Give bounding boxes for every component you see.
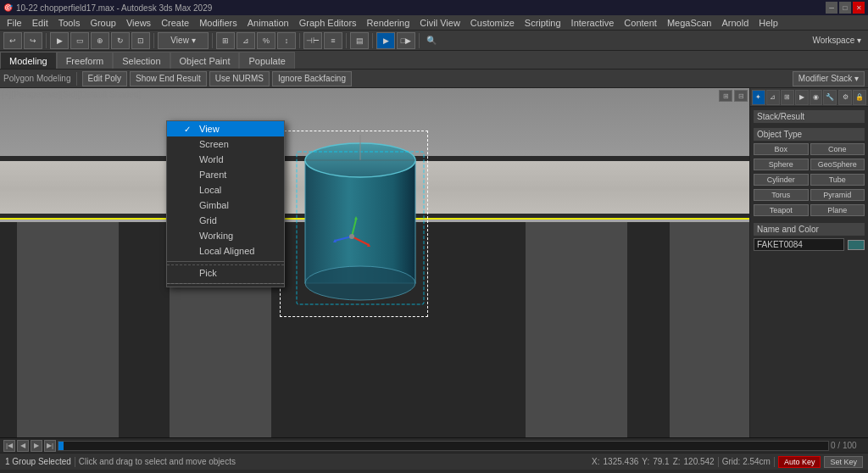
minimize-button[interactable]: ─ <box>826 2 837 14</box>
object-type-title[interactable]: Object Type <box>754 128 865 141</box>
use-nurms-btn[interactable]: Use NURMS <box>209 71 270 86</box>
layer-manager-button[interactable]: ▤ <box>350 32 369 49</box>
polygon-modeling-label: Polygon Modeling <box>3 74 71 83</box>
select-region-button[interactable]: ▭ <box>70 32 89 49</box>
prev-key-button[interactable]: ◀ <box>17 440 29 452</box>
tab-selection[interactable]: Selection <box>113 52 170 69</box>
menu-civil-view[interactable]: Civil View <box>415 15 465 31</box>
render-frame-button[interactable]: □▶ <box>397 32 415 49</box>
menu-arnold[interactable]: Arnold <box>716 15 754 31</box>
modifier-stack-btn[interactable]: Modifier Stack ▾ <box>793 71 865 86</box>
tab-object-paint[interactable]: Object Paint <box>170 52 240 69</box>
menu-tools[interactable]: Tools <box>53 15 86 31</box>
rp-icon-modify[interactable]: ⊿ <box>766 90 780 105</box>
ctx-world[interactable]: World <box>167 152 284 167</box>
stack-result-title[interactable]: Stack/Result <box>754 110 865 123</box>
obj-type-pyramid[interactable]: Pyramid <box>810 189 865 201</box>
sub-separator <box>76 72 77 86</box>
status-sep-1 <box>75 457 75 467</box>
ctx-grid[interactable]: Grid <box>167 213 284 228</box>
prev-frame-button[interactable]: |◀ <box>3 440 15 452</box>
ctx-screen[interactable]: Screen <box>167 136 284 152</box>
spinner-snap-button[interactable]: ↕ <box>277 32 296 49</box>
next-key-button[interactable]: ▶| <box>44 440 56 452</box>
menu-customize[interactable]: Customize <box>465 15 520 31</box>
auto-key-button[interactable]: Auto Key <box>778 456 821 468</box>
snap-toggle-button[interactable]: ⊞ <box>216 32 235 49</box>
vp-minimize-button[interactable]: ⊟ <box>734 90 748 102</box>
editpoly-btn[interactable]: Edit Poly <box>82 71 127 86</box>
menu-views[interactable]: Views <box>121 15 156 31</box>
show-end-result-btn[interactable]: Show End Result <box>130 71 207 86</box>
ctx-gimbal[interactable]: Gimbal <box>167 198 284 213</box>
play-button[interactable]: ▶ <box>31 440 42 452</box>
tab-modeling[interactable]: Modeling <box>0 52 57 69</box>
move-button[interactable]: ⊕ <box>91 32 109 49</box>
mirror-button[interactable]: ⊣⊢ <box>303 32 322 49</box>
timeline-scrubber[interactable] <box>58 441 829 451</box>
percent-snap-button[interactable]: % <box>257 32 275 49</box>
menu-content[interactable]: Content <box>619 15 662 31</box>
angle-snap-button[interactable]: ⊿ <box>236 32 255 49</box>
render-setup-button[interactable]: ▶ <box>376 32 395 49</box>
menu-scripting[interactable]: Scripting <box>520 15 566 31</box>
rp-icon-create[interactable]: ✦ <box>752 90 765 105</box>
name-color-title[interactable]: Name and Color <box>754 223 865 236</box>
scale-button[interactable]: ⊡ <box>131 32 150 49</box>
close-button[interactable]: ✕ <box>853 2 865 14</box>
tab-populate[interactable]: Populate <box>239 52 294 69</box>
object-color-swatch[interactable] <box>848 240 865 250</box>
obj-type-sphere[interactable]: Sphere <box>754 159 809 170</box>
ctx-working[interactable]: Working <box>167 228 284 243</box>
maximize-button[interactable]: □ <box>839 2 851 14</box>
obj-type-cone[interactable]: Cone <box>810 143 865 155</box>
title-bar-controls: ─ □ ✕ <box>826 2 865 14</box>
menu-edit[interactable]: Edit <box>27 15 53 31</box>
set-key-button[interactable]: Set Key <box>824 456 863 468</box>
menu-interactive[interactable]: Interactive <box>566 15 620 31</box>
menu-graph-editors[interactable]: Graph Editors <box>294 15 362 31</box>
select-button[interactable]: ▶ <box>50 32 69 49</box>
menu-help[interactable]: Help <box>754 15 783 31</box>
obj-type-tube[interactable]: Tube <box>810 174 865 186</box>
ignore-backfacing-btn[interactable]: Ignore Backfacing <box>272 71 352 86</box>
status-z-label: Z: <box>673 457 681 466</box>
obj-type-cylinder[interactable]: Cylinder <box>754 174 809 186</box>
stack-result-section: Stack/Result <box>754 110 865 123</box>
align-button[interactable]: ≡ <box>324 32 342 49</box>
object-name-input[interactable] <box>754 238 844 251</box>
menu-modifiers[interactable]: Modifiers <box>194 15 242 31</box>
menu-group[interactable]: Group <box>85 15 121 31</box>
rp-icon-motion[interactable]: ▶ <box>795 90 809 105</box>
reference-coord-button[interactable]: View ▾ <box>158 32 209 49</box>
redo-button[interactable]: ↪ <box>24 32 42 49</box>
ctx-pick[interactable]: Pick <box>167 265 284 281</box>
obj-type-torus[interactable]: Torus <box>754 189 809 201</box>
ctx-local[interactable]: Local <box>167 182 284 198</box>
rp-icon-hierarchy[interactable]: ⊞ <box>781 90 794 105</box>
rp-icon-settings[interactable]: ⚙ <box>838 90 852 105</box>
ctx-parent[interactable]: Parent <box>167 167 284 182</box>
undo-button[interactable]: ↩ <box>3 32 22 49</box>
viewport-label: [+][Perspective][Std][Default Shaded] <box>2 90 141 99</box>
pillar-3 <box>526 222 627 437</box>
menu-file[interactable]: File <box>2 15 27 31</box>
menu-megascan[interactable]: MegaScan <box>662 15 717 31</box>
viewport-3d[interactable]: [+][Perspective][Std][Default Shaded] ⊞ … <box>0 88 749 437</box>
tab-freeform[interactable]: Freeform <box>57 52 114 69</box>
menu-rendering[interactable]: Rendering <box>362 15 415 31</box>
menu-create[interactable]: Create <box>156 15 194 31</box>
rotate-button[interactable]: ↻ <box>111 32 130 49</box>
rp-icon-utilities[interactable]: 🔧 <box>823 90 837 105</box>
obj-type-plane[interactable]: Plane <box>810 204 865 216</box>
rp-icon-lock[interactable]: 🔒 <box>853 90 866 105</box>
menu-animation[interactable]: Animation <box>242 15 294 31</box>
ctx-local-aligned[interactable]: Local Aligned <box>167 243 284 259</box>
vp-maximize-button[interactable]: ⊞ <box>719 90 732 102</box>
obj-type-teapot[interactable]: Teapot <box>754 204 809 216</box>
obj-type-geosphere[interactable]: GeoSphere <box>810 159 865 170</box>
rp-icon-display[interactable]: ◉ <box>810 90 823 105</box>
ctx-view[interactable]: ✓ View <box>167 121 284 136</box>
menu-bar: File Edit Tools Group Views Create Modif… <box>0 15 868 31</box>
obj-type-box[interactable]: Box <box>754 143 809 155</box>
